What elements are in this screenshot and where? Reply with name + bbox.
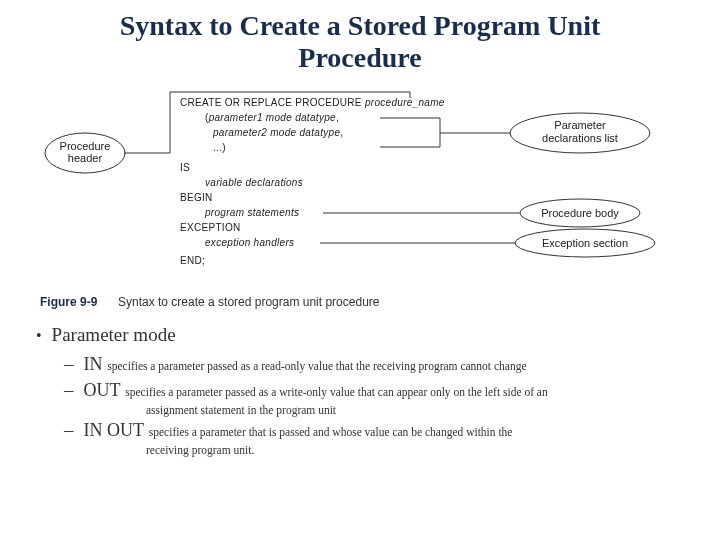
code-l8: program statements (204, 207, 299, 218)
label-procedure-body: Procedure body (541, 207, 619, 219)
code-l11: END; (180, 255, 205, 266)
code-l3: parameter2 mode datatype, (212, 127, 343, 138)
desc-out-cont: assignment statement in the program unit (146, 404, 690, 416)
slide: Syntax to Create a Stored Program Unit P… (0, 0, 720, 540)
code-l6: variable declarations (205, 177, 303, 188)
dash-icon: – (64, 378, 74, 402)
label-procedure-header-1: Procedure (60, 140, 111, 152)
code-l10: exception handlers (205, 237, 294, 248)
desc-inout-cont: receiving program unit. (146, 444, 690, 456)
dash-icon: – (64, 418, 74, 442)
title-line-1: Syntax to Create a Stored Program Unit (120, 10, 601, 41)
figure-caption-text: Syntax to create a stored program unit p… (118, 295, 380, 309)
bullet-text: Parameter mode (52, 324, 176, 346)
desc-in: specifies a parameter passed as a read-o… (107, 360, 526, 372)
kw-out: OUT (84, 380, 121, 400)
label-exception-section: Exception section (542, 237, 628, 249)
label-procedure-header-2: header (68, 152, 103, 164)
code-l5: IS (180, 162, 190, 173)
slide-title: Syntax to Create a Stored Program Unit P… (30, 10, 690, 74)
bullet-list: • Parameter mode – IN specifies a parame… (30, 324, 690, 455)
figure-wrap: Procedure header CREATE OR REPLACE PROCE… (30, 82, 690, 324)
bullet-parameter-mode: • Parameter mode (36, 324, 690, 346)
code-l2: (parameter1 mode datatype, (205, 112, 339, 123)
title-line-2: Procedure (298, 42, 421, 73)
label-param-list-2: declarations list (542, 132, 618, 144)
desc-out: specifies a parameter passed as a write-… (125, 386, 547, 398)
desc-inout: specifies a parameter that is passed and… (149, 426, 513, 438)
syntax-diagram: Procedure header CREATE OR REPLACE PROCE… (30, 88, 690, 318)
bullet-out: – OUT specifies a parameter passed as a … (64, 378, 690, 402)
code-l9: EXCEPTION (180, 222, 241, 233)
bullet-in: – IN specifies a parameter passed as a r… (64, 352, 690, 376)
kw-in: IN (84, 354, 103, 374)
code-l1: CREATE OR REPLACE PROCEDURE procedure_na… (180, 97, 445, 108)
bullet-dot-icon: • (36, 327, 42, 345)
figure-caption-label: Figure 9-9 (40, 295, 98, 309)
code-l7: BEGIN (180, 192, 213, 203)
kw-inout: IN OUT (84, 420, 145, 440)
dash-icon: – (64, 352, 74, 376)
label-param-list-1: Parameter (554, 119, 606, 131)
bullet-inout: – IN OUT specifies a parameter that is p… (64, 418, 690, 442)
code-l4: ...) (213, 142, 226, 153)
